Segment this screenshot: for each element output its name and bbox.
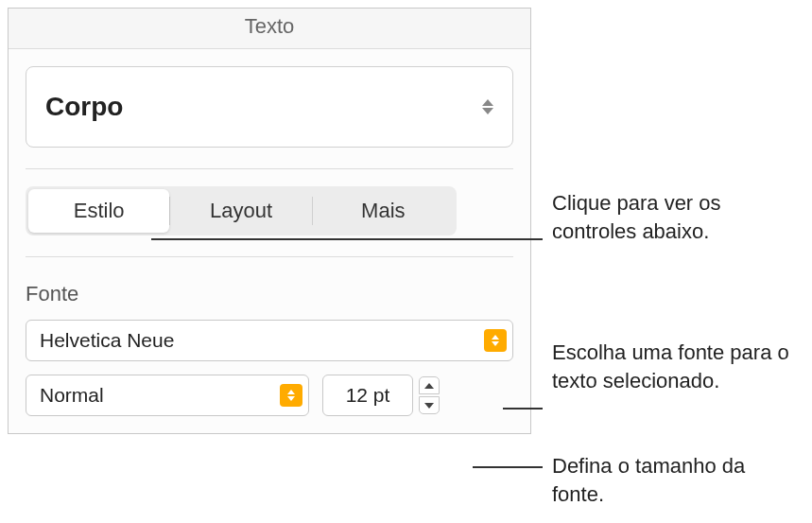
divider — [26, 256, 513, 257]
callout-font-family: Escolha uma fonte para o texto seleciona… — [552, 339, 798, 394]
tab-label: Mais — [361, 199, 405, 222]
dropdown-arrow-icon — [280, 384, 302, 407]
chevron-updown-icon — [482, 99, 493, 114]
divider — [26, 168, 513, 169]
tab-estilo[interactable]: Estilo — [28, 189, 169, 233]
callout-line — [151, 238, 543, 240]
stepper-down-button[interactable] — [419, 396, 440, 414]
font-size-field[interactable]: 12 pt — [322, 375, 413, 416]
font-size-group: 12 pt — [322, 375, 440, 416]
tab-label: Layout — [210, 199, 272, 222]
font-family-select[interactable]: Helvetica Neue — [26, 320, 513, 361]
tab-mais[interactable]: Mais — [313, 189, 454, 233]
callout-line — [503, 408, 543, 410]
callout-tabs: Clique para ver os controles abaixo. — [552, 189, 788, 245]
caret-up-icon — [424, 383, 434, 389]
text-inspector-panel: Texto Corpo Estilo Layout Mais Fonte Hel… — [8, 8, 531, 434]
tab-bar: Estilo Layout Mais — [26, 186, 457, 235]
dropdown-arrow-icon — [484, 329, 507, 352]
panel-title: Texto — [9, 9, 530, 49]
font-size-value: 12 pt — [346, 384, 390, 407]
font-section-label: Fonte — [26, 282, 513, 306]
font-family-value: Helvetica Neue — [40, 329, 174, 352]
font-size-stepper — [419, 376, 440, 414]
callout-font-size: Defina o tamanho da fonte. — [552, 452, 798, 508]
paragraph-style-label: Corpo — [45, 92, 123, 122]
tab-label: Estilo — [74, 199, 125, 222]
tab-layout[interactable]: Layout — [170, 189, 311, 233]
font-weight-select[interactable]: Normal — [26, 375, 309, 416]
paragraph-style-select[interactable]: Corpo — [26, 66, 513, 148]
callout-line — [473, 466, 543, 468]
font-weight-value: Normal — [40, 384, 104, 407]
stepper-up-button[interactable] — [419, 376, 440, 394]
caret-down-icon — [424, 403, 434, 409]
